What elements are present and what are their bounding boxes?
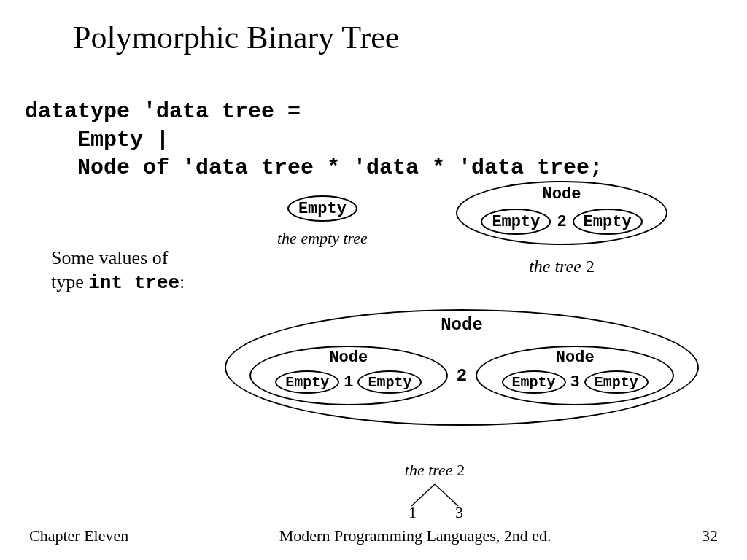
values-intro: Some values of type int tree:: [51, 246, 185, 295]
node-value: 2: [557, 213, 566, 231]
left-subtree: Node Empty 1 Empty: [249, 346, 448, 405]
node-value: 1: [344, 373, 353, 392]
caption-prefix: the tree: [529, 257, 586, 276]
footer-right: 32: [702, 526, 718, 545]
empty-node: Empty: [573, 209, 643, 235]
node-ellipse: Node Empty 2 Empty: [456, 181, 667, 245]
figure-tree-2-caption: the tree 2: [445, 257, 678, 276]
slide-title: Polymorphic Binary Tree: [73, 19, 399, 56]
node-children: Empty 2 Empty: [457, 209, 666, 235]
mini-right-value: 3: [455, 503, 463, 519]
node-value: 2: [457, 366, 467, 386]
footer-left: Chapter Eleven: [29, 526, 128, 545]
subtree-children: Empty 1 Empty: [251, 370, 446, 394]
figure-empty-tree: Empty the empty tree: [277, 195, 368, 248]
mini-tree-caption: the tree 2: [362, 461, 508, 480]
empty-node: Empty: [287, 195, 357, 222]
code-block: datatype 'data tree = Empty | Node of 'd…: [25, 70, 603, 182]
values-suffix: :: [179, 271, 185, 292]
empty-node: Empty: [502, 370, 566, 394]
caption-prefix: the tree: [405, 461, 457, 479]
node-label: Node: [457, 185, 666, 203]
empty-node: Empty: [357, 370, 422, 394]
right-subtree: Node Empty 3 Empty: [476, 346, 674, 405]
code-line-1: datatype 'data tree =: [25, 99, 301, 124]
node-label: Node: [226, 315, 697, 335]
values-type: int tree: [88, 272, 179, 294]
slide-footer: Chapter Eleven Modern Programming Langua…: [29, 526, 718, 545]
code-line-3: Node of 'data tree * 'data * 'data tree;: [25, 155, 603, 180]
node-label: Node: [251, 349, 446, 367]
tree-branch-icon: 1 3: [391, 481, 479, 519]
node-label: Node: [477, 349, 673, 367]
subtree-children: Empty 3 Empty: [477, 370, 673, 394]
mini-tree-diagram: the tree 2 1 3: [362, 461, 508, 519]
caption-value: 2: [457, 461, 465, 479]
empty-node: Empty: [275, 370, 339, 394]
outer-node-children: Node Empty 1 Empty 2 Node Empty 3 Empty: [226, 346, 697, 405]
figure-empty-caption: the empty tree: [277, 229, 368, 248]
empty-node: Empty: [481, 209, 551, 235]
empty-node: Empty: [584, 370, 649, 394]
node-value: 3: [570, 373, 580, 392]
figure-tree-nested: Node Node Empty 1 Empty 2 Node Empty 3 E…: [217, 309, 706, 426]
figure-tree-2: Node Empty 2 Empty the tree 2: [445, 181, 678, 276]
outer-node-ellipse: Node Node Empty 1 Empty 2 Node Empty 3 E…: [225, 309, 699, 426]
caption-value: 2: [586, 257, 595, 276]
mini-left-value: 1: [409, 503, 417, 519]
footer-center: Modern Programming Languages, 2nd ed.: [279, 526, 551, 545]
code-line-2: Empty |: [25, 128, 169, 152]
